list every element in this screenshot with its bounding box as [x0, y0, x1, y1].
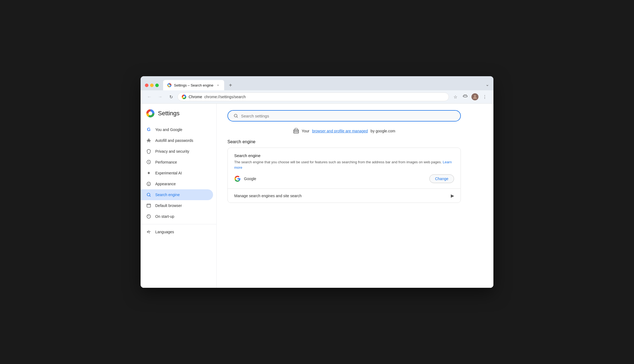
new-tab-button[interactable]: + — [226, 82, 234, 90]
tab-dropdown-button[interactable]: ⌄ — [486, 82, 489, 90]
search-bar[interactable] — [227, 110, 461, 122]
svg-point-16 — [234, 114, 237, 117]
sidebar-divider — [141, 224, 216, 224]
sidebar-item-label: Appearance — [155, 182, 176, 186]
sidebar-item-default-browser[interactable]: Default browser — [141, 200, 213, 211]
active-tab[interactable]: Settings – Search engine × — [163, 80, 224, 90]
bookmark-button[interactable]: ☆ — [451, 92, 460, 101]
menu-button[interactable]: ⋮ — [480, 92, 489, 101]
on-startup-icon — [146, 214, 151, 219]
nav-actions: ☆ ⋮ — [451, 92, 489, 101]
svg-rect-19 — [296, 130, 297, 132]
search-settings-input[interactable] — [241, 114, 455, 118]
tab-favicon — [167, 83, 172, 88]
sidebar-item-label: Default browser — [155, 203, 182, 208]
address-brand: Chrome — [189, 95, 202, 99]
search-engine-card-desc: The search engine that you choose will b… — [234, 159, 454, 170]
default-browser-icon — [146, 203, 151, 208]
svg-point-5 — [474, 95, 476, 97]
managed-banner: Your browser and profile are managed by … — [227, 128, 461, 134]
address-url: chrome://settings/search — [204, 95, 246, 99]
sidebar-item-privacy[interactable]: Privacy and security — [141, 146, 213, 157]
svg-point-11 — [148, 183, 148, 184]
privacy-icon — [146, 149, 151, 154]
svg-rect-20 — [297, 130, 298, 132]
sidebar-item-label: Privacy and security — [155, 149, 189, 154]
google-logo — [234, 175, 241, 182]
experimental-ai-icon: ✦ — [146, 170, 151, 176]
performance-icon — [146, 159, 151, 165]
sidebar-item-label: Search engine — [155, 193, 180, 197]
search-engine-row: Google Change — [234, 174, 454, 183]
svg-rect-22 — [296, 132, 297, 133]
sidebar: Settings G You and Google Autofill and p… — [141, 104, 217, 288]
back-button[interactable]: ← — [145, 92, 154, 101]
settings-header: Settings — [141, 109, 216, 124]
svg-point-10 — [147, 182, 151, 186]
sidebar-item-appearance[interactable]: Appearance — [141, 178, 213, 189]
profile-button[interactable] — [471, 92, 479, 101]
search-engine-section: Search engine The search engine that you… — [228, 148, 461, 189]
tab-title: Settings – Search engine — [174, 83, 213, 87]
svg-point-4 — [183, 96, 185, 98]
chevron-right-icon: ▶ — [451, 193, 454, 198]
title-bar: Settings – Search engine × + ⌄ — [141, 76, 493, 90]
languages-icon — [146, 229, 151, 235]
sidebar-item-label: Languages — [155, 230, 174, 234]
change-search-engine-button[interactable]: Change — [429, 174, 454, 183]
sidebar-item-you-and-google[interactable]: G You and Google — [141, 124, 213, 135]
browser-content: Settings G You and Google Autofill and p… — [141, 104, 493, 288]
you-and-google-icon: G — [146, 127, 151, 132]
sidebar-item-label: Performance — [155, 160, 177, 164]
search-engine-icon — [146, 192, 151, 197]
close-traffic-light[interactable] — [145, 84, 148, 87]
svg-point-12 — [149, 183, 150, 184]
sidebar-item-on-startup[interactable]: On start-up — [141, 211, 213, 222]
svg-point-8 — [148, 139, 150, 140]
svg-rect-9 — [147, 140, 150, 141]
nav-bar: ← → ↻ Chrome chrome://settings/search ☆ — [141, 90, 493, 104]
maximize-traffic-light[interactable] — [155, 84, 159, 87]
manage-search-engines-label: Manage search engines and site search — [234, 194, 302, 198]
managed-link[interactable]: browser and profile are managed — [312, 129, 368, 133]
autofill-icon — [146, 138, 151, 143]
svg-rect-18 — [294, 130, 295, 132]
settings-card: Search engine The search engine that you… — [227, 148, 461, 203]
sidebar-item-languages[interactable]: Languages — [141, 226, 213, 237]
managed-prefix: Your — [302, 129, 309, 133]
sidebar-item-label: Autofill and passwords — [155, 138, 193, 143]
svg-rect-14 — [147, 204, 151, 207]
minimize-traffic-light[interactable] — [150, 84, 154, 87]
sidebar-item-label: On start-up — [155, 214, 174, 219]
sidebar-item-performance[interactable]: Performance — [141, 157, 213, 168]
search-bar-wrapper — [227, 110, 483, 122]
sidebar-item-search-engine[interactable]: Search engine — [141, 189, 213, 200]
sidebar-item-autofill[interactable]: Autofill and passwords — [141, 135, 213, 146]
extension-button[interactable] — [461, 92, 470, 101]
sidebar-item-experimental-ai[interactable]: ✦ Experimental AI — [141, 168, 213, 178]
browser-window: Settings – Search engine × + ⌄ ← → ↻ Chr… — [141, 76, 493, 288]
manage-search-engines-row[interactable]: Manage search engines and site search ▶ — [228, 189, 461, 203]
main-area: Your browser and profile are managed by … — [217, 104, 493, 288]
address-bar[interactable]: Chrome chrome://settings/search — [177, 92, 449, 101]
forward-button[interactable]: → — [156, 92, 164, 101]
sidebar-item-label: You and Google — [155, 127, 182, 132]
sidebar-item-label: Experimental AI — [155, 171, 182, 175]
traffic-lights — [145, 84, 159, 90]
svg-point-7 — [148, 111, 152, 115]
settings-page-title: Settings — [158, 110, 180, 117]
svg-point-13 — [147, 193, 150, 196]
settings-logo — [146, 109, 155, 118]
search-icon — [233, 113, 238, 118]
current-search-engine: Google — [244, 177, 426, 181]
svg-rect-21 — [294, 132, 295, 133]
tab-close-button[interactable]: × — [215, 83, 220, 88]
search-engine-card-title: Search engine — [234, 153, 454, 158]
address-favicon — [182, 94, 186, 99]
section-title: Search engine — [227, 139, 483, 144]
managed-icon — [293, 128, 299, 134]
refresh-button[interactable]: ↻ — [167, 92, 175, 101]
appearance-icon — [146, 181, 151, 187]
managed-suffix: by google.com — [370, 129, 395, 133]
svg-rect-23 — [297, 132, 298, 133]
